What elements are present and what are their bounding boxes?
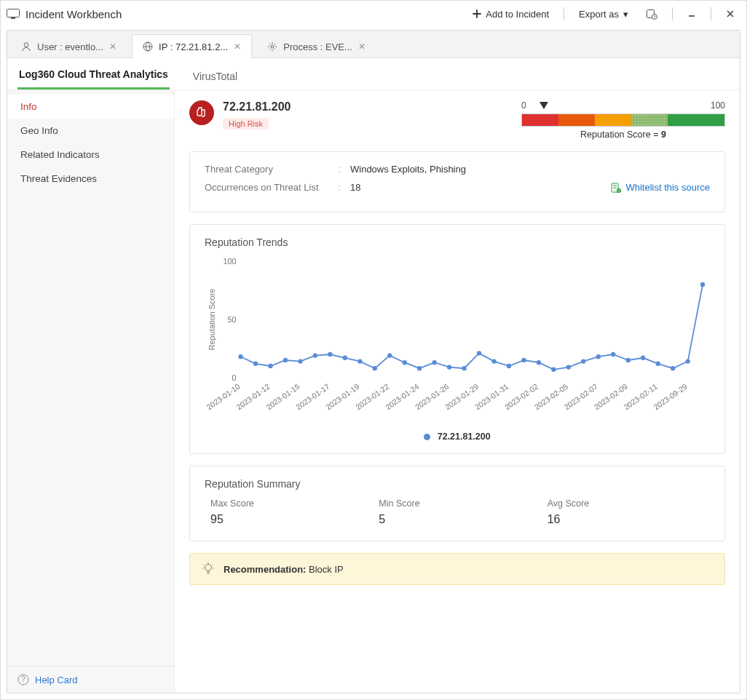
svg-point-33	[491, 359, 496, 363]
svg-point-28	[417, 366, 422, 370]
sidebar-item[interactable]: Related Indicators	[7, 143, 174, 167]
analytics-tabs: Log360 Cloud Threat AnalyticsVirusTotal	[7, 58, 740, 90]
svg-text:50: 50	[228, 315, 237, 324]
context-tab-label: IP : 72.21.81.2...	[159, 41, 228, 52]
close-icon[interactable]: ✕	[109, 41, 116, 52]
high-risk-icon	[189, 100, 214, 125]
max-score-cell: Max Score 95	[205, 496, 373, 529]
context-tab[interactable]: Process : EVE...✕	[256, 34, 376, 58]
svg-text:Reputation Score: Reputation Score	[208, 289, 216, 351]
svg-point-42	[626, 358, 631, 362]
max-score-label: Max Score	[210, 498, 367, 509]
globe-icon	[143, 41, 153, 52]
svg-point-20	[298, 359, 302, 363]
caret-down-icon: ▾	[623, 9, 628, 20]
avg-score-value: 16	[548, 513, 704, 526]
titlebar: Incident Workbench Add to Incident Expor…	[1, 1, 746, 27]
sidebar-item[interactable]: Info	[7, 95, 174, 119]
svg-rect-1	[11, 17, 15, 19]
sidebar-items: InfoGeo InfoRelated IndicatorsThreat Evi…	[7, 90, 174, 666]
close-button[interactable]	[720, 7, 740, 21]
svg-point-44	[656, 362, 660, 366]
help-card-label: Help Card	[35, 675, 78, 685]
svg-rect-0	[7, 9, 20, 17]
sidebar: InfoGeo InfoRelated IndicatorsThreat Evi…	[7, 90, 175, 693]
analytics-tab[interactable]: VirusTotal	[191, 63, 239, 90]
risk-chip: High Risk	[223, 118, 269, 130]
window-title: Incident Workbench	[25, 8, 122, 20]
workbench-icon	[7, 9, 20, 19]
min-score-value: 5	[379, 513, 535, 526]
svg-point-32	[477, 351, 481, 355]
reputation-trends-chart: Reputation Score0501002023-01-102023-01-…	[205, 254, 710, 429]
separator	[711, 7, 711, 20]
svg-point-35	[521, 358, 526, 362]
avg-score-cell: Avg Score 16	[542, 496, 710, 529]
threat-details-card: Threat Category : Windows Exploits, Phis…	[189, 151, 725, 212]
avg-score-label: Avg Score	[548, 498, 704, 509]
analytics-tab[interactable]: Log360 Cloud Threat Analytics	[17, 61, 170, 90]
chart-title: Reputation Trends	[205, 236, 710, 248]
scale-min: 0	[521, 100, 526, 111]
svg-text:2023-09-29: 2023-09-29	[652, 382, 689, 411]
chart-legend: 72.21.81.200	[205, 431, 710, 442]
min-score-cell: Min Score 5	[373, 496, 541, 529]
recommendation-banner: Recommendation: Block IP	[189, 553, 725, 585]
svg-text:0: 0	[232, 373, 237, 382]
svg-point-26	[387, 353, 392, 357]
svg-point-17	[253, 362, 258, 366]
svg-point-37	[551, 367, 556, 372]
schedule-icon-button[interactable]	[640, 5, 663, 23]
svg-point-16	[238, 354, 242, 359]
minimize-button[interactable]	[681, 7, 702, 21]
separator	[672, 7, 673, 20]
export-as-label: Export as	[579, 9, 619, 20]
reputation-score-text: Reputation Score = 9	[521, 130, 725, 140]
add-to-incident-label: Add to Incident	[486, 9, 549, 20]
sidebar-item[interactable]: Geo Info	[7, 119, 174, 143]
min-score-label: Min Score	[379, 498, 535, 509]
incident-workbench-window: Incident Workbench Add to Incident Expor…	[0, 0, 747, 700]
svg-point-4	[24, 43, 28, 47]
svg-point-18	[268, 364, 272, 368]
context-tab[interactable]: IP : 72.21.81.2...✕	[132, 34, 252, 58]
context-tab[interactable]: User : eventlo...✕	[10, 34, 127, 58]
svg-point-41	[611, 352, 615, 357]
lightbulb-icon	[202, 562, 215, 576]
sidebar-item[interactable]: Threat Evidences	[7, 167, 174, 191]
user-icon	[21, 41, 31, 52]
ip-header-left: 72.21.81.200 High Risk	[189, 100, 290, 130]
help-card-link[interactable]: ? Help Card	[7, 666, 174, 693]
svg-point-23	[343, 356, 347, 360]
svg-point-25	[373, 366, 377, 370]
max-score-value: 95	[210, 513, 367, 526]
svg-point-24	[357, 359, 362, 363]
svg-point-39	[581, 359, 585, 363]
main-content: 72.21.81.200 High Risk 0 100 Reputation …	[175, 90, 740, 693]
add-to-incident-button[interactable]: Add to Incident	[467, 6, 555, 23]
plus-icon	[473, 9, 481, 18]
svg-point-46	[685, 359, 689, 363]
occurrences-label: Occurrences on Threat List	[205, 182, 328, 193]
svg-point-30	[447, 365, 451, 369]
help-icon: ?	[17, 674, 29, 685]
svg-point-43	[641, 356, 645, 360]
scale-marker-icon	[540, 102, 548, 109]
svg-point-21	[313, 353, 317, 357]
threat-category-value: Windows Exploits, Phishing	[350, 164, 466, 175]
svg-point-64	[205, 565, 212, 571]
svg-point-34	[507, 364, 511, 368]
svg-text:100: 100	[223, 257, 236, 266]
svg-point-40	[596, 354, 601, 359]
svg-point-7	[271, 45, 274, 48]
close-icon[interactable]: ✕	[358, 41, 365, 52]
separator	[564, 7, 564, 20]
ip-header: 72.21.81.200 High Risk 0 100 Reputation …	[189, 100, 725, 140]
whitelist-source-link[interactable]: Whitelist this source	[611, 182, 710, 193]
scale-max: 100	[711, 100, 725, 111]
export-as-button[interactable]: Export as ▾	[573, 6, 634, 23]
scale-labels: 0 100	[521, 100, 725, 111]
close-icon[interactable]: ✕	[234, 41, 241, 52]
svg-point-38	[566, 365, 571, 369]
process-icon	[267, 41, 277, 52]
